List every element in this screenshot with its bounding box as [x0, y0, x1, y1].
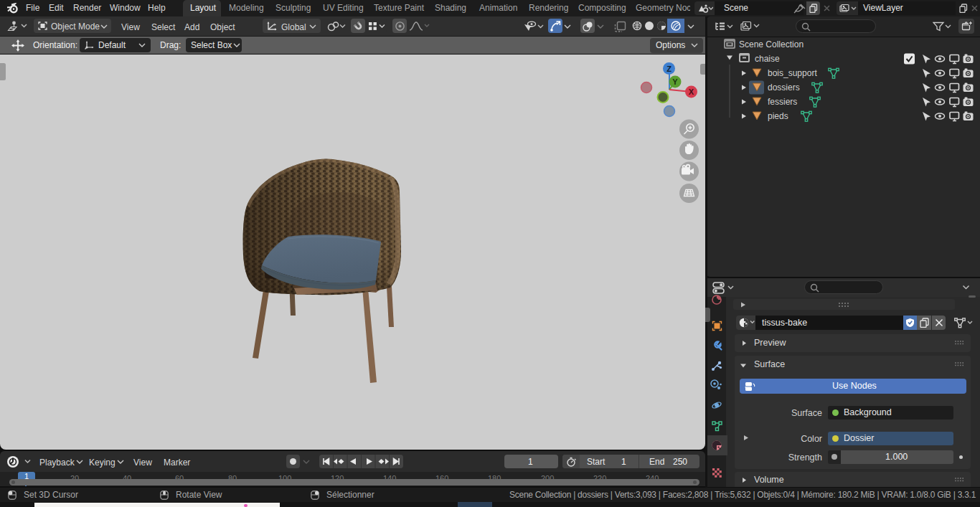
svg-text:Y: Y [672, 77, 678, 86]
svg-text:Scene Collection: Scene Collection [739, 39, 804, 49]
svg-text:X: X [689, 87, 694, 96]
svg-text:dossiers: dossiers [768, 82, 800, 93]
svg-text:Z: Z [666, 65, 672, 73]
svg-text:chaise: chaise [755, 54, 780, 64]
svg-text:bois_support: bois_support [768, 68, 817, 78]
svg-text:fessiers: fessiers [768, 97, 797, 107]
svg-text:pieds: pieds [768, 111, 788, 121]
